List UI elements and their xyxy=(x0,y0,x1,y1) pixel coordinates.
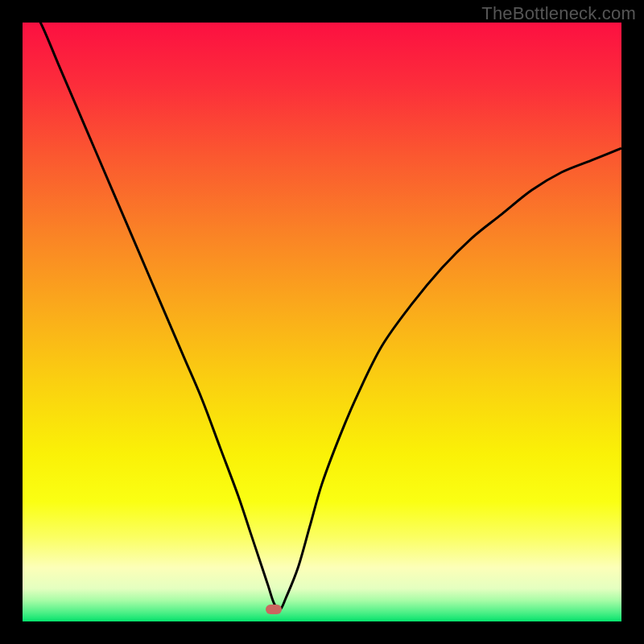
bottleneck-curve xyxy=(23,23,621,609)
optimal-marker xyxy=(266,605,282,614)
curve-layer xyxy=(23,23,621,621)
chart-container: TheBottleneck.com xyxy=(0,0,644,644)
watermark-text: TheBottleneck.com xyxy=(481,3,636,24)
plot-area xyxy=(23,23,621,621)
